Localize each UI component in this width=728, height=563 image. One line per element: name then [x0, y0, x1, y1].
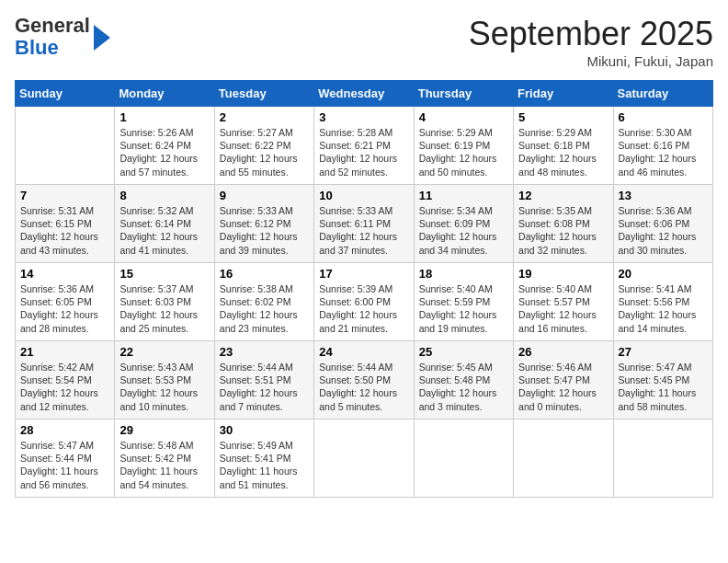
header-saturday: Saturday: [613, 81, 712, 107]
calendar-cell: 27Sunrise: 5:47 AM Sunset: 5:45 PM Dayli…: [613, 341, 712, 419]
day-number: 7: [20, 189, 109, 202]
day-info: Sunrise: 5:29 AM Sunset: 6:19 PM Dayligh…: [419, 126, 508, 178]
day-number: 17: [319, 267, 408, 281]
calendar-cell: 3Sunrise: 5:28 AM Sunset: 6:21 PM Daylig…: [314, 107, 414, 185]
day-number: 26: [518, 345, 608, 359]
logo: General Blue: [15, 15, 110, 59]
calendar-cell: [414, 419, 513, 498]
day-number: 11: [419, 189, 508, 202]
day-number: 2: [220, 110, 309, 124]
day-info: Sunrise: 5:46 AM Sunset: 5:47 PM Dayligh…: [518, 361, 608, 413]
day-number: 6: [619, 110, 708, 124]
day-info: Sunrise: 5:45 AM Sunset: 5:48 PM Dayligh…: [419, 361, 508, 413]
day-number: 21: [20, 345, 109, 359]
calendar-week-1: 1Sunrise: 5:26 AM Sunset: 6:24 PM Daylig…: [16, 107, 713, 185]
day-number: 16: [220, 267, 309, 281]
calendar-cell: 16Sunrise: 5:38 AM Sunset: 6:02 PM Dayli…: [214, 263, 313, 341]
calendar-cell: 23Sunrise: 5:44 AM Sunset: 5:51 PM Dayli…: [214, 341, 313, 419]
day-number: 23: [220, 345, 309, 359]
calendar-cell: 22Sunrise: 5:43 AM Sunset: 5:53 PM Dayli…: [115, 341, 214, 419]
calendar-cell: 1Sunrise: 5:26 AM Sunset: 6:24 PM Daylig…: [115, 107, 214, 185]
day-info: Sunrise: 5:41 AM Sunset: 5:56 PM Dayligh…: [619, 282, 708, 335]
day-number: 25: [419, 345, 508, 359]
logo-arrow-icon: [94, 25, 110, 51]
calendar-cell: [314, 419, 414, 498]
day-info: Sunrise: 5:35 AM Sunset: 6:08 PM Dayligh…: [518, 204, 608, 257]
day-number: 27: [619, 345, 708, 359]
calendar-cell: 7Sunrise: 5:31 AM Sunset: 6:15 PM Daylig…: [16, 185, 115, 263]
calendar-cell: 11Sunrise: 5:34 AM Sunset: 6:09 PM Dayli…: [414, 185, 513, 263]
calendar-table: SundayMondayTuesdayWednesdayThursdayFrid…: [15, 80, 713, 498]
day-info: Sunrise: 5:40 AM Sunset: 5:57 PM Dayligh…: [518, 282, 608, 335]
day-number: 9: [220, 189, 309, 202]
calendar-cell: 12Sunrise: 5:35 AM Sunset: 6:08 PM Dayli…: [514, 185, 613, 263]
day-info: Sunrise: 5:34 AM Sunset: 6:09 PM Dayligh…: [419, 204, 508, 257]
calendar-cell: 26Sunrise: 5:46 AM Sunset: 5:47 PM Dayli…: [514, 341, 613, 419]
calendar-cell: 9Sunrise: 5:33 AM Sunset: 6:12 PM Daylig…: [214, 185, 313, 263]
day-number: 30: [220, 423, 309, 437]
day-number: 19: [518, 267, 608, 281]
day-info: Sunrise: 5:29 AM Sunset: 6:18 PM Dayligh…: [518, 126, 608, 178]
day-info: Sunrise: 5:33 AM Sunset: 6:12 PM Dayligh…: [220, 204, 309, 257]
day-info: Sunrise: 5:48 AM Sunset: 5:42 PM Dayligh…: [119, 439, 209, 491]
day-info: Sunrise: 5:28 AM Sunset: 6:21 PM Dayligh…: [319, 126, 408, 178]
day-info: Sunrise: 5:26 AM Sunset: 6:24 PM Dayligh…: [119, 126, 209, 178]
day-number: 24: [319, 345, 408, 359]
day-info: Sunrise: 5:38 AM Sunset: 6:02 PM Dayligh…: [220, 282, 309, 335]
calendar-cell: [613, 419, 712, 498]
day-number: 28: [20, 423, 109, 437]
day-info: Sunrise: 5:44 AM Sunset: 5:51 PM Dayligh…: [220, 361, 309, 413]
day-number: 8: [119, 189, 209, 202]
day-info: Sunrise: 5:47 AM Sunset: 5:44 PM Dayligh…: [20, 439, 109, 491]
calendar-cell: 2Sunrise: 5:27 AM Sunset: 6:22 PM Daylig…: [214, 107, 313, 185]
calendar-week-4: 21Sunrise: 5:42 AM Sunset: 5:54 PM Dayli…: [16, 341, 713, 419]
calendar-cell: 10Sunrise: 5:33 AM Sunset: 6:11 PM Dayli…: [314, 185, 414, 263]
day-number: 1: [119, 110, 209, 124]
day-info: Sunrise: 5:31 AM Sunset: 6:15 PM Dayligh…: [20, 204, 109, 257]
header-monday: Monday: [115, 81, 214, 107]
day-info: Sunrise: 5:43 AM Sunset: 5:53 PM Dayligh…: [119, 361, 209, 413]
day-info: Sunrise: 5:40 AM Sunset: 5:59 PM Dayligh…: [419, 282, 508, 335]
calendar-cell: 24Sunrise: 5:44 AM Sunset: 5:50 PM Dayli…: [314, 341, 414, 419]
calendar-cell: 15Sunrise: 5:37 AM Sunset: 6:03 PM Dayli…: [115, 263, 214, 341]
location: Mikuni, Fukui, Japan: [469, 53, 713, 69]
day-number: 20: [619, 267, 708, 281]
calendar-cell: 13Sunrise: 5:36 AM Sunset: 6:06 PM Dayli…: [613, 185, 712, 263]
day-number: 12: [518, 189, 608, 202]
calendar-cell: 14Sunrise: 5:36 AM Sunset: 6:05 PM Dayli…: [16, 263, 115, 341]
header-tuesday: Tuesday: [214, 81, 313, 107]
calendar-cell: [16, 107, 115, 185]
header-thursday: Thursday: [414, 81, 513, 107]
calendar-cell: 5Sunrise: 5:29 AM Sunset: 6:18 PM Daylig…: [514, 107, 613, 185]
page-header: General Blue September 2025 Mikuni, Fuku…: [15, 15, 713, 69]
day-number: 18: [419, 267, 508, 281]
calendar-week-5: 28Sunrise: 5:47 AM Sunset: 5:44 PM Dayli…: [16, 419, 713, 498]
day-number: 22: [119, 345, 209, 359]
calendar-cell: 6Sunrise: 5:30 AM Sunset: 6:16 PM Daylig…: [613, 107, 712, 185]
day-number: 4: [419, 110, 508, 124]
calendar-cell: 17Sunrise: 5:39 AM Sunset: 6:00 PM Dayli…: [314, 263, 414, 341]
day-number: 5: [518, 110, 608, 124]
day-number: 3: [319, 110, 408, 124]
day-info: Sunrise: 5:37 AM Sunset: 6:03 PM Dayligh…: [119, 282, 209, 335]
calendar-cell: 30Sunrise: 5:49 AM Sunset: 5:41 PM Dayli…: [214, 419, 313, 498]
calendar-cell: 19Sunrise: 5:40 AM Sunset: 5:57 PM Dayli…: [514, 263, 613, 341]
day-info: Sunrise: 5:36 AM Sunset: 6:06 PM Dayligh…: [619, 204, 708, 257]
day-info: Sunrise: 5:42 AM Sunset: 5:54 PM Dayligh…: [20, 361, 109, 413]
calendar-week-2: 7Sunrise: 5:31 AM Sunset: 6:15 PM Daylig…: [16, 185, 713, 263]
day-info: Sunrise: 5:33 AM Sunset: 6:11 PM Dayligh…: [319, 204, 408, 257]
logo-general: General: [15, 14, 90, 37]
day-number: 14: [20, 267, 109, 281]
day-info: Sunrise: 5:47 AM Sunset: 5:45 PM Dayligh…: [619, 361, 708, 413]
day-number: 13: [619, 189, 708, 202]
calendar-cell: 21Sunrise: 5:42 AM Sunset: 5:54 PM Dayli…: [16, 341, 115, 419]
header-sunday: Sunday: [16, 81, 115, 107]
title-block: September 2025 Mikuni, Fukui, Japan: [469, 15, 713, 69]
day-number: 15: [119, 267, 209, 281]
month-title: September 2025: [469, 15, 713, 53]
day-number: 10: [319, 189, 408, 202]
calendar-header-row: SundayMondayTuesdayWednesdayThursdayFrid…: [16, 81, 713, 107]
header-friday: Friday: [514, 81, 613, 107]
logo-blue: Blue: [15, 36, 59, 59]
calendar-cell: 18Sunrise: 5:40 AM Sunset: 5:59 PM Dayli…: [414, 263, 513, 341]
